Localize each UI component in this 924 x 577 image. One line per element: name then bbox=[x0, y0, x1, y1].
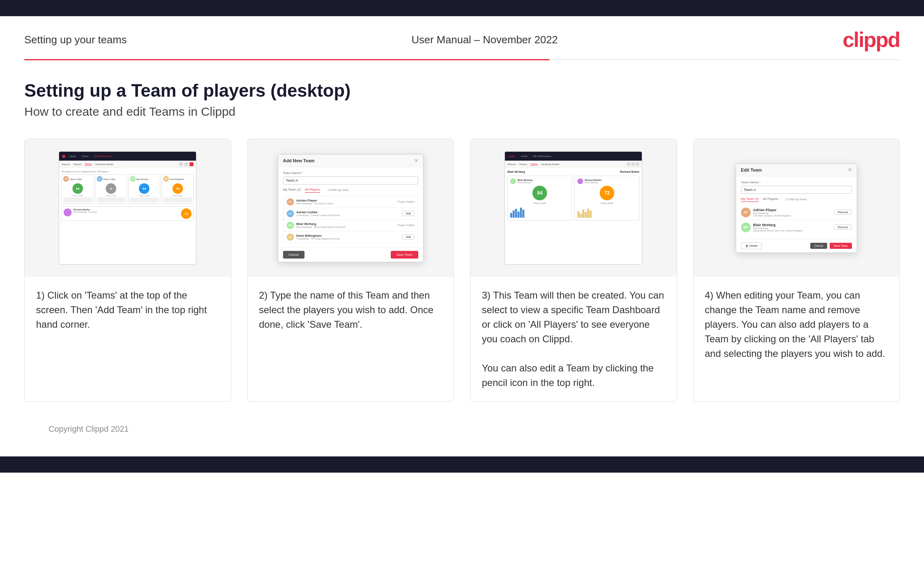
mock1-window: clippd Home My Performance Reports Playe… bbox=[59, 151, 196, 265]
mock3-bar-2 bbox=[513, 210, 515, 218]
mock2-cancel-button[interactable]: Cancel bbox=[283, 251, 304, 259]
mock1-big-detail: Plus Handicap · The Shire bbox=[73, 211, 97, 213]
mock1-dot bbox=[62, 155, 65, 158]
card-1-text: 1) Click on 'Teams' at the top of the sc… bbox=[25, 277, 231, 401]
mock1-player-1: AP Adrian Coliba 84 Player Quality bbox=[62, 174, 94, 204]
mock4-body: Team Name * My Team (2) All Players ☑ Fi… bbox=[736, 176, 857, 239]
mock3-bar2-2 bbox=[580, 214, 582, 218]
mock2-p1-info: Adrian Player Plus Handicap · The Shire … bbox=[296, 199, 395, 205]
mock3-player-name-1: Blair McHarg bbox=[507, 170, 525, 173]
mock1-p1-score: 84 bbox=[72, 183, 83, 194]
mock1-p4-avatar: DB bbox=[163, 176, 169, 182]
copyright-text: Copyright Clippd 2021 bbox=[49, 424, 129, 433]
mock3-p2-score-label: Player Quality bbox=[577, 202, 637, 204]
mock2-p2-add-button[interactable]: Add bbox=[402, 211, 414, 216]
card-4: Edit Team ✕ Team Name * My Team (2) All … bbox=[693, 139, 900, 402]
header-section: Setting up your teams bbox=[24, 34, 127, 46]
mock2-team-name-input[interactable] bbox=[283, 176, 418, 185]
mock2-player-row-2: AC Adrian Coliba 1 Handicap · Central Lo… bbox=[283, 208, 418, 220]
mock2-player-row-1: AP Adrian Player Plus Handicap · The Shi… bbox=[283, 196, 418, 208]
mock4-p2-location: Royal North Devon Golf Club, United King… bbox=[753, 229, 832, 232]
mock4-team-name-label: Team Name * bbox=[741, 180, 852, 184]
mock1-nav-settings: Handicap Details bbox=[95, 163, 113, 165]
mock2-close-icon[interactable]: ✕ bbox=[414, 158, 418, 163]
mock4-close-icon[interactable]: ✕ bbox=[848, 167, 852, 173]
mock3-bar-6 bbox=[522, 210, 524, 218]
mock1-p1-bars bbox=[63, 197, 92, 202]
mock3-p2-sub: Plus Handicap bbox=[585, 181, 601, 184]
mock1-action-btn bbox=[179, 162, 183, 166]
card-3-screenshot: clippd Home My Performance Reports Playe… bbox=[471, 139, 677, 277]
mock2-save-button[interactable]: Save Team bbox=[391, 251, 418, 259]
mock4-tab-allplayers[interactable]: All Players bbox=[763, 197, 778, 202]
mock1-p2-score: 0 bbox=[106, 183, 116, 194]
mock4-p1-avatar: AP bbox=[741, 208, 751, 217]
card-1: clippd Home My Performance Reports Playe… bbox=[24, 139, 231, 402]
mock1-p2-label: Player Quality bbox=[97, 195, 126, 197]
mock1-nav-home: Home bbox=[82, 155, 89, 157]
mock3-p1-score: 94 bbox=[532, 186, 547, 200]
mock4-player-row-1: AP Adrian Player Plus Handicap The Shire… bbox=[741, 205, 852, 220]
mock1-big-info: Richard Butler Plus Handicap · The Shire bbox=[73, 208, 97, 213]
mock1-p4-score: 78 bbox=[172, 183, 183, 194]
card-4-text: 4) When editing your Team, you can chang… bbox=[694, 277, 900, 401]
mock3-p1-top: Blair McHarg Plus Handicap bbox=[510, 178, 569, 184]
mock4-p1-remove-button[interactable]: Remove bbox=[834, 210, 852, 215]
mock3-p1-avatar bbox=[510, 178, 516, 184]
mock1-filter: Showing 5 out of 5 players from: All Pla… bbox=[62, 170, 194, 173]
mock2-p4-add-button[interactable]: Add bbox=[402, 234, 414, 240]
mock1-p2-name: Adrian Coliba bbox=[103, 178, 115, 180]
add-new-team-dialog: Add New Team ✕ Team Name * My Team (2) A… bbox=[278, 154, 424, 262]
mock4-team-name-input[interactable] bbox=[741, 186, 852, 194]
mock3-nav-reports: Reports bbox=[507, 163, 516, 165]
footer: Copyright Clippd 2021 bbox=[24, 418, 900, 440]
mock2-p3-name: Blair McHarg bbox=[296, 222, 395, 226]
mock3-p2-score: 72 bbox=[600, 186, 614, 200]
mock1-nav-reports: Reports bbox=[62, 163, 70, 165]
mock2-p4-info: Dave Billingham 5 Handicap · The Ding Ma… bbox=[296, 234, 400, 240]
mock1-p3-score: 94 bbox=[139, 183, 149, 194]
mock1-p4-bars bbox=[163, 197, 192, 202]
mock2-tab-allplayers[interactable]: All Players bbox=[305, 188, 320, 193]
card-2: Add New Team ✕ Team Name * My Team (2) A… bbox=[247, 139, 454, 402]
mock4-p2-remove-button[interactable]: Remove bbox=[834, 225, 852, 230]
mock1-p3-label: Player Quality bbox=[130, 195, 159, 197]
mock2-footer: Cancel Save Team bbox=[278, 247, 423, 262]
mock3-player-name-2: Richard Butler bbox=[620, 170, 639, 173]
mock2-p3-info: Blair McHarg Plus Handicap · Royal North… bbox=[296, 222, 395, 228]
mock4-delete-button[interactable]: 🗑 Delete bbox=[741, 242, 762, 249]
mock2-p4-detail: 5 Handicap · The Ding Maging Golf Club bbox=[296, 238, 400, 240]
mock4-cancel-button[interactable]: Cancel bbox=[810, 243, 827, 249]
mock3-bar-1 bbox=[510, 213, 512, 218]
page-subtitle: How to create and edit Teams in Clippd bbox=[24, 105, 900, 119]
mock1-p3-avatar: BM bbox=[130, 176, 136, 182]
mock3-bar2-3 bbox=[582, 210, 584, 218]
mock1-add-team-btn bbox=[189, 162, 194, 166]
mock3-p1-score-label: Player Quality bbox=[510, 202, 569, 204]
mock3-p1-sub: Plus Handicap bbox=[517, 181, 532, 184]
mock4-p2-avatar: BM bbox=[741, 223, 751, 232]
mock2-tab-myteam[interactable]: My Team (2) bbox=[283, 188, 301, 192]
mock3-bar2-5 bbox=[587, 209, 589, 218]
mock3-brand: clippd bbox=[508, 155, 515, 157]
mock1-top-actions bbox=[179, 162, 194, 166]
mock1-p1-label: Player Quality bbox=[63, 195, 92, 197]
mock1-p2-avatar: AC bbox=[97, 176, 102, 182]
mock2-p2-detail: 1 Handicap · Central London Golf Centre bbox=[296, 214, 400, 216]
mock2-p1-avatar: AP bbox=[287, 198, 294, 206]
mock4-action-buttons: Cancel Save Team bbox=[810, 243, 852, 249]
mock2-p2-name: Adrian Coliba bbox=[296, 210, 400, 214]
mock3-btn1 bbox=[627, 162, 630, 166]
mock3-bar2-4 bbox=[585, 212, 587, 218]
mock4-save-button[interactable]: Save Team bbox=[830, 243, 852, 249]
mock3-nav-home: Home bbox=[521, 155, 528, 157]
mock1-players-grid: AP Adrian Coliba 84 Player Quality A bbox=[62, 174, 194, 204]
mock1-content: Showing 5 out of 5 players from: All Pla… bbox=[59, 168, 196, 223]
header-logo-area: clippd bbox=[843, 28, 900, 52]
mock4-p1-name: Adrian Player bbox=[753, 208, 832, 212]
mock4-p2-info: Blair McHarg Plus Handicap Royal North D… bbox=[753, 223, 832, 232]
mock1-nav-players: Players bbox=[73, 163, 81, 165]
mock4-tab-myteam[interactable]: My Team (2) bbox=[741, 197, 759, 202]
mock1-player-3: BM Blair McHarg 94 Player Quality bbox=[128, 174, 160, 204]
mock2-p3-status: Player Added bbox=[398, 224, 415, 227]
